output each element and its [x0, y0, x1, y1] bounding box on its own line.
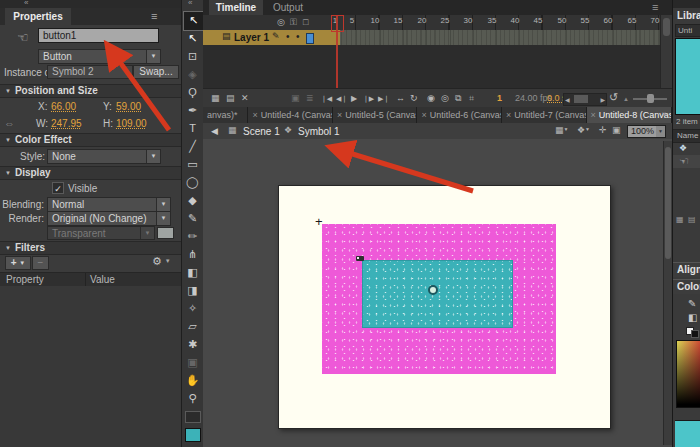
doc-tab-untitled-5[interactable]: × Untitled-5 (Canvas)*	[333, 107, 417, 123]
center-stage-button[interactable]: ✛	[599, 125, 607, 135]
new-layer-button[interactable]: ▦	[211, 93, 220, 103]
layer-outline-color-swatch[interactable]	[306, 33, 314, 44]
stroke-color-swatch[interactable]	[185, 411, 201, 423]
frame-strip[interactable]	[333, 30, 660, 46]
polystar-tool[interactable]: ◆	[183, 191, 202, 209]
layer-visibility-dot[interactable]: •	[286, 31, 290, 42]
edit-scene-button[interactable]: ▦▼	[555, 125, 568, 135]
swap-colors-swatch[interactable]	[691, 330, 699, 338]
fill-color-tool-icon[interactable]: ◧	[688, 312, 697, 323]
doc-tab-partial[interactable]: anvas)*	[203, 107, 247, 123]
pen-tool[interactable]: ✒	[183, 101, 202, 119]
new-symbol-icon[interactable]: ▦	[676, 215, 684, 224]
pencil-tool[interactable]: ✎	[183, 209, 202, 227]
breadcrumb-symbol[interactable]: Symbol 1	[298, 126, 340, 137]
section-display[interactable]: ▼Display	[0, 166, 181, 180]
onion-skin-button[interactable]: ◉	[427, 93, 435, 103]
panel-menu-icon[interactable]: ≡	[652, 1, 658, 13]
new-folder-icon[interactable]: ▤	[688, 215, 696, 224]
camera-tool[interactable]: ▣	[183, 353, 202, 371]
scroll-right-arrow[interactable]: ▶	[600, 96, 605, 103]
timeline-zoom-slider[interactable]	[633, 98, 667, 100]
stage-vertical-scrollbar[interactable]	[663, 141, 672, 445]
stage-zoom-control[interactable]: 100% ▼	[627, 125, 666, 138]
paint-bucket-tool[interactable]: ◧	[183, 263, 202, 281]
library-panel-title[interactable]: Libra	[677, 10, 700, 21]
lasso-tool[interactable]: Ϙ	[183, 83, 202, 101]
expand-dock-icon[interactable]: »	[662, 109, 667, 119]
layer-row[interactable]: ▤ Layer 1 ✎ • •	[203, 30, 333, 45]
playhead-line[interactable]	[336, 16, 338, 88]
scroll-left-arrow[interactable]: ◀	[565, 96, 570, 103]
step-forward-button[interactable]: ❘▶	[363, 95, 374, 103]
zoom-tool[interactable]: ⚲	[183, 389, 202, 407]
play-button[interactable]: ▶	[351, 94, 357, 103]
scrollbar-thumb[interactable]	[574, 95, 588, 103]
link-dimensions-icon[interactable]: ⇔	[4, 117, 15, 129]
go-to-first-frame-button[interactable]: ❘◀	[321, 95, 332, 103]
close-icon[interactable]: ×	[421, 110, 426, 120]
transform-center-point[interactable]	[428, 285, 438, 295]
onion-skin-outlines-button[interactable]: ◎	[441, 93, 449, 103]
show-hide-all-eye-icon[interactable]: ◎	[277, 17, 285, 27]
reset-timeline-zoom-button[interactable]: ↺	[609, 91, 618, 104]
lock-all-icon[interactable]: ⚿	[290, 17, 297, 28]
new-folder-button[interactable]: ▤	[226, 93, 235, 103]
add-filter-button[interactable]: + ▼	[5, 256, 31, 270]
timeline-horizontal-scrollbar[interactable]: ◀ ▶	[563, 93, 607, 106]
library-name-column-header[interactable]: Name	[673, 129, 700, 143]
center-frame-button[interactable]: ↔	[396, 93, 405, 103]
x-value[interactable]: 66.00	[51, 101, 76, 112]
line-tool[interactable]: ╱	[183, 137, 202, 155]
close-icon[interactable]: ×	[591, 110, 596, 120]
layer-depth-button[interactable]: ≣	[306, 93, 314, 103]
step-back-button[interactable]: ◀❘	[336, 95, 347, 103]
scrollbar-thumb[interactable]	[665, 147, 671, 259]
rectangle-tool[interactable]: ▭	[183, 155, 202, 173]
library-item-symbol2[interactable]: ❖	[673, 142, 700, 155]
selection-tool[interactable]: ↖	[183, 11, 204, 31]
current-fill-swatch[interactable]	[675, 420, 700, 447]
go-to-last-frame-button[interactable]: ▶❘	[378, 95, 389, 103]
brush-tool[interactable]: ✏	[183, 227, 202, 245]
back-button[interactable]: ◀	[211, 126, 218, 136]
color-panel-header[interactable]: Color	[673, 279, 700, 294]
delete-layer-button[interactable]: ✕	[241, 93, 249, 103]
collapse-tools-icon[interactable]: «	[188, 0, 192, 7]
filter-options-button[interactable]: ⚙ ▼	[152, 255, 171, 268]
timeline-zoom-out-icon[interactable]: ▲	[623, 96, 629, 102]
stroke-color-tool-icon[interactable]: ✎	[688, 298, 696, 309]
edit-multiple-frames-button[interactable]: ⧉	[455, 93, 461, 104]
instance-name-input[interactable]: button1	[38, 28, 159, 43]
scrollbar-thumb[interactable]	[663, 18, 670, 36]
subselection-tool[interactable]: ↖	[183, 29, 202, 47]
breadcrumb-scene[interactable]: Scene 1	[243, 126, 280, 137]
stage-pasteboard[interactable]: +	[203, 139, 672, 447]
hand-tool[interactable]: ✋	[183, 371, 202, 389]
clip-content-button[interactable]: ▣	[612, 125, 621, 135]
outline-all-icon[interactable]: □	[303, 17, 308, 27]
tab-output[interactable]: Output	[265, 0, 311, 15]
w-value[interactable]: 247.95	[51, 118, 82, 129]
stage-zoom-value[interactable]: 100%	[628, 126, 656, 137]
y-value[interactable]: 59.00	[116, 101, 141, 112]
eyedropper-tool[interactable]: ✧	[183, 299, 202, 317]
section-filters[interactable]: ▼Filters	[0, 241, 181, 255]
close-icon[interactable]: ×	[337, 110, 342, 120]
slider-thumb[interactable]	[647, 94, 654, 103]
section-color-effect[interactable]: ▼Color Effect	[0, 133, 181, 147]
panel-menu-icon[interactable]: ≡	[151, 10, 157, 22]
close-icon[interactable]: ×	[506, 110, 511, 120]
style-dropdown[interactable]: None ▼	[47, 149, 161, 164]
inner-teal-rectangle[interactable]	[362, 260, 513, 328]
doc-tab-untitled-6[interactable]: × Untitled-6 (Canvas)*	[417, 107, 501, 123]
edit-symbols-button[interactable]: ❖▼	[577, 125, 590, 135]
blending-dropdown[interactable]: Normal ▼	[47, 197, 171, 212]
library-document-dropdown[interactable]: Unti	[675, 24, 700, 37]
visible-checkbox[interactable]: ✓	[52, 182, 64, 194]
doc-tab-untitled-7[interactable]: × Untitled-7 (Canvas)*	[502, 107, 586, 123]
library-item-button[interactable]: ☜	[673, 155, 700, 168]
render-dropdown[interactable]: Original (No Change) ▼	[47, 211, 171, 226]
fill-color-swatch[interactable]	[185, 428, 201, 442]
align-panel-header[interactable]: Align	[673, 262, 700, 277]
